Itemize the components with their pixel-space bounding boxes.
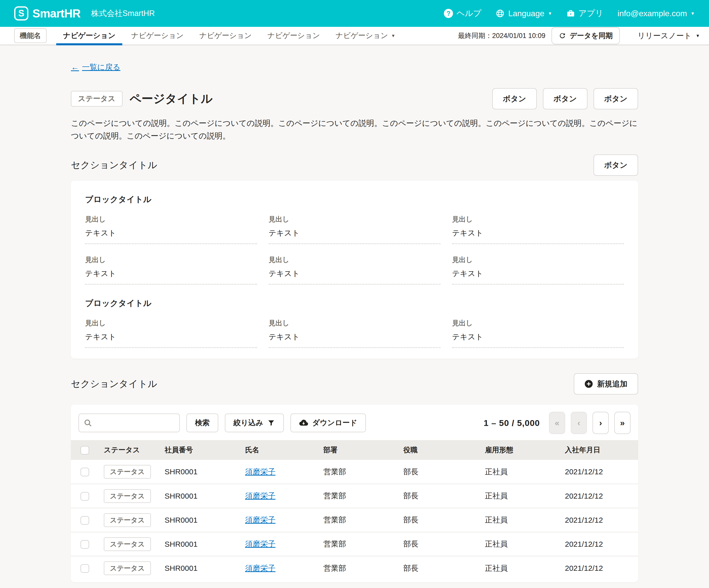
search-icon <box>84 419 92 427</box>
employee-name-link[interactable]: 須磨栄子 <box>245 515 275 524</box>
field: 見出し テキスト <box>269 319 441 348</box>
cell-hire-date: 2021/12/12 <box>565 532 638 556</box>
cloud-download-icon <box>299 418 308 427</box>
pagination-last-button[interactable]: » <box>614 412 631 434</box>
app-nav: 機能名 ナビゲーション ナビゲーション ナビゲーション ナビゲーション ナビゲー… <box>0 27 709 45</box>
cell-position: 部長 <box>403 556 485 580</box>
back-to-list-link[interactable]: ← 一覧に戻る <box>71 62 120 73</box>
row-checkbox[interactable] <box>80 564 89 573</box>
cell-employment-type: 正社員 <box>485 556 565 580</box>
filter-label: 絞り込み <box>234 418 263 428</box>
block-1: ブロックタイトル 見出し テキスト 見出し テキスト 見出し テキスト 見出し … <box>85 194 624 285</box>
help-icon: ? <box>444 9 453 18</box>
release-notes-dropdown[interactable]: リリースノート ▼ <box>629 31 709 41</box>
nav-item-1[interactable]: ナビゲーション <box>56 27 122 45</box>
nav-item-3[interactable]: ナビゲーション <box>192 27 259 45</box>
employee-name-link[interactable]: 須磨栄子 <box>245 467 275 476</box>
search-input[interactable] <box>95 419 175 427</box>
block-1-title: ブロックタイトル <box>85 194 624 205</box>
field-label: 見出し <box>452 319 624 328</box>
cell-employee-no: SHR0001 <box>165 484 245 508</box>
filter-button[interactable]: 絞り込み <box>225 413 284 432</box>
cell-employee-no: SHR0001 <box>165 556 245 580</box>
field-value: テキスト <box>452 332 624 348</box>
block-1-fields: 見出し テキスト 見出し テキスト 見出し テキスト 見出し テキスト 見出し <box>85 215 624 285</box>
add-new-label: 新規追加 <box>597 379 627 389</box>
row-checkbox[interactable] <box>80 540 89 549</box>
account-menu[interactable]: info@example.com ▼ <box>618 9 695 18</box>
pagination-prev-button[interactable]: ‹ <box>571 412 587 434</box>
pagination-next-button[interactable]: › <box>593 412 609 434</box>
employee-name-link[interactable]: 須磨栄子 <box>245 564 275 572</box>
page-action-button-3[interactable]: ボタン <box>594 88 638 109</box>
table-controls: 検索 絞り込み ダウンロード 1 – 50 <box>71 412 638 440</box>
cell-department: 営業部 <box>323 532 403 556</box>
section-2-header: セクションタイトル 新規追加 <box>71 373 638 395</box>
nav-item-label: ナビゲーション <box>63 31 115 41</box>
cell-position: 部長 <box>403 508 485 532</box>
refresh-icon <box>558 32 566 39</box>
row-checkbox[interactable] <box>80 468 89 476</box>
field: 見出し テキスト <box>269 255 441 285</box>
column-header-employment-type: 雇用形態 <box>485 440 565 460</box>
employee-name-link[interactable]: 須磨栄子 <box>245 540 275 548</box>
page-action-button-2[interactable]: ボタン <box>543 88 587 109</box>
block-2-title: ブロックタイトル <box>85 298 624 309</box>
employee-name-link[interactable]: 須磨栄子 <box>245 491 275 500</box>
apps-menu[interactable]: アプリ <box>567 8 603 19</box>
nav-item-5-dropdown[interactable]: ナビゲーション ▼ <box>329 27 402 45</box>
sync-data-button[interactable]: データを同期 <box>552 27 620 44</box>
pagination-first-button[interactable]: « <box>549 412 565 434</box>
tenant-name: 株式会社SmartHR <box>91 8 155 19</box>
cell-employment-type: 正社員 <box>485 508 565 532</box>
status-badge: ステータス <box>104 537 151 551</box>
download-label: ダウンロード <box>312 418 357 428</box>
back-link-label: 一覧に戻る <box>82 62 120 73</box>
page-title: ページタイトル <box>130 91 213 107</box>
nav-item-label: ナビゲーション <box>131 31 184 41</box>
cell-department: 営業部 <box>323 556 403 580</box>
field-label: 見出し <box>269 215 441 224</box>
language-menu[interactable]: Language ▼ <box>496 9 552 18</box>
row-checkbox[interactable] <box>80 492 89 501</box>
cell-department: 営業部 <box>323 508 403 532</box>
cell-hire-date: 2021/12/12 <box>565 484 638 508</box>
nav-item-2[interactable]: ナビゲーション <box>124 27 190 45</box>
cell-hire-date: 2021/12/12 <box>565 556 638 580</box>
account-email: info@example.com <box>618 9 687 18</box>
search-button[interactable]: 検索 <box>186 413 218 432</box>
feature-name-badge: 機能名 <box>14 28 47 43</box>
field-label: 見出し <box>85 255 257 264</box>
field-value: テキスト <box>269 332 441 348</box>
row-checkbox[interactable] <box>80 516 89 525</box>
page-action-button-1[interactable]: ボタン <box>492 88 537 109</box>
pagination-range: 1 – 50 / 5,000 <box>483 418 540 428</box>
nav-item-4[interactable]: ナビゲーション <box>261 27 327 45</box>
field: 見出し テキスト <box>85 215 257 244</box>
select-all-checkbox[interactable] <box>80 446 89 455</box>
cell-hire-date: 2021/12/12 <box>565 460 638 484</box>
cell-employment-type: 正社員 <box>485 484 565 508</box>
page-status-badge: ステータス <box>71 91 123 107</box>
page-header: ステータス ページタイトル ボタン ボタン ボタン <box>71 88 638 109</box>
section-1-button[interactable]: ボタン <box>594 155 638 176</box>
column-header-department: 部署 <box>323 440 403 460</box>
field-value: テキスト <box>452 268 624 285</box>
download-button[interactable]: ダウンロード <box>290 413 366 432</box>
field-label: 見出し <box>269 319 441 328</box>
arrow-left-icon: ← <box>71 62 79 72</box>
section-2-title: セクションタイトル <box>71 378 157 390</box>
apps-label: アプリ <box>579 8 603 19</box>
add-new-button[interactable]: 新規追加 <box>574 373 638 395</box>
field-label: 見出し <box>269 255 441 264</box>
table-row: ステータス SHR0001 須磨栄子 営業部 部長 正社員 2021/12/12 <box>71 556 638 580</box>
help-menu[interactable]: ? ヘルプ <box>444 8 481 19</box>
cell-employee-no: SHR0001 <box>165 460 245 484</box>
table-row: ステータス SHR0001 須磨栄子 営業部 部長 正社員 2021/12/12 <box>71 532 638 556</box>
main-content: ← 一覧に戻る ステータス ページタイトル ボタン ボタン ボタン このページに… <box>71 45 638 582</box>
field-value: テキスト <box>269 228 441 244</box>
sync-data-label: データを同期 <box>570 31 613 41</box>
section-1-title: セクションタイトル <box>71 159 157 171</box>
field: 見出し テキスト <box>85 319 257 348</box>
smarthr-logo[interactable]: S SmartHR <box>14 6 80 21</box>
